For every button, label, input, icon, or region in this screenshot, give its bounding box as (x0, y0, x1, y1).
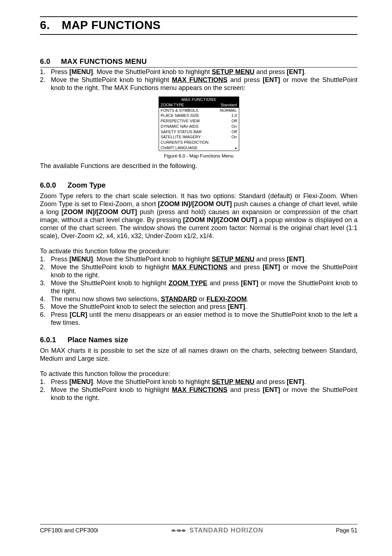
step-number: 2. (40, 263, 51, 279)
step-number: 1. (40, 68, 51, 76)
section-6-0-1-heading: 6.0.1Place Names size (40, 336, 358, 346)
step-text: Move the ShuttlePoint knob to highlight … (51, 279, 358, 295)
menu-row: SATELLITE IMAGERYOn (159, 135, 239, 140)
section-6-0-0-title: Zoom Type (68, 181, 106, 189)
section-6-0-title: MAX FUNCTIONS MENU (61, 57, 147, 65)
step-number: 5. (40, 303, 51, 311)
menu-row: FONTS & SYMBOLSNORMAL (159, 108, 239, 113)
step-text: The menu now shows two selections, STAND… (51, 295, 358, 303)
step-text: Press [MENU]. Move the ShuttlePoint knob… (51, 255, 358, 263)
menu-row-chart-language: CHART LANGUAGE▸ (159, 145, 239, 151)
footer-right: Page 51 (336, 527, 358, 534)
section-6-0-0-heading: 6.0.0Zoom Type (40, 181, 358, 192)
list-item: 5. Move the ShuttlePoint knob to select … (40, 303, 358, 311)
menu-row-zoom-type: ZOOM TYPEStandard (159, 102, 239, 108)
lead-text: To activate this function follow the pro… (40, 370, 358, 378)
max-functions-menu: MAX FUNCTIONS ZOOM TYPEStandard FONTS & … (159, 97, 239, 151)
menu-row: SAFETY STATUS BAROff (159, 129, 239, 135)
list-item: 1. Press [MENU]. Move the ShuttlePoint k… (40, 68, 358, 76)
page-footer: CPF180i and CPF300i STANDARD HORIZON Pag… (40, 524, 358, 534)
section-6-0-1-title: Place Names size (68, 336, 128, 344)
list-item: 6. Press [CLR] until the menu disappears… (40, 311, 358, 327)
step-number: 2. (40, 76, 51, 92)
chapter-title: MAP FUNCTIONS (62, 19, 161, 32)
step-text: Move the ShuttlePoint knob to highlight … (51, 386, 358, 402)
figure-6-0: MAX FUNCTIONS ZOOM TYPEStandard FONTS & … (40, 97, 358, 159)
step-number: 1. (40, 255, 51, 263)
menu-row: PLACE NAMES SIZE1.0 (159, 113, 239, 119)
rule-under-6-0 (40, 67, 358, 68)
paragraph: Zoom Type refers to the chart scale sele… (40, 192, 358, 240)
brand-logo: STANDARD HORIZON (171, 527, 264, 534)
lead-text: To activate this function follow the pro… (40, 248, 358, 255)
footer-left: CPF180i and CPF300i (40, 527, 98, 534)
chapter-heading: 6.MAP FUNCTIONS (40, 17, 358, 34)
brand-text: STANDARD HORIZON (189, 527, 264, 534)
step-text: Press [CLR] until the menu disappears or… (51, 311, 358, 327)
list-item: 2. Move the ShuttlePoint knob to highlig… (40, 76, 358, 92)
step-number: 4. (40, 295, 51, 303)
menu-title: MAX FUNCTIONS (159, 97, 239, 103)
paragraph: On MAX charts it is possible to set the … (40, 347, 358, 363)
list-item: 4. The menu now shows two selections, ST… (40, 295, 358, 303)
section-6-0-0-number: 6.0.0 (40, 181, 68, 189)
steps-6-0-1: 1. Press [MENU]. Move the ShuttlePoint k… (40, 378, 358, 402)
list-item: 3. Move the ShuttlePoint knob to highlig… (40, 279, 358, 295)
step-text: Move the ShuttlePoint knob to highlight … (51, 76, 358, 92)
step-text: Move the ShuttlePoint knob to highlight … (51, 263, 358, 279)
step-text: Press [MENU]. Move the ShuttlePoint knob… (51, 68, 358, 76)
brand-mark-icon (171, 527, 187, 534)
list-item: 1. Press [MENU]. Move the ShuttlePoint k… (40, 255, 358, 263)
steps-6-0-0: 1. Press [MENU]. Move the ShuttlePoint k… (40, 255, 358, 327)
submenu-arrow-icon: ▸ (235, 146, 237, 150)
steps-6-0: 1. Press [MENU]. Move the ShuttlePoint k… (40, 68, 358, 92)
footer-rule (40, 524, 358, 524)
section-6-0-heading: 6.0MAX FUNCTIONS MENU (40, 57, 358, 67)
menu-row: PERSPECTIVE VIEWOff (159, 119, 239, 124)
menu-row: CURRENTS PREDICTION (159, 140, 239, 146)
list-item: 2. Move the ShuttlePoint knob to highlig… (40, 263, 358, 279)
section-6-0-number: 6.0 (40, 57, 61, 66)
step-number: 3. (40, 279, 51, 295)
step-number: 1. (40, 378, 51, 386)
section-6-0-1-number: 6.0.1 (40, 336, 68, 344)
list-item: 1. Press [MENU]. Move the ShuttlePoint k… (40, 378, 358, 386)
step-text: Press [MENU]. Move the ShuttlePoint knob… (51, 378, 358, 386)
menu-row: DYNAMIC NAV-AIDSOn (159, 124, 239, 129)
list-item: 2. Move the ShuttlePoint knob to highlig… (40, 386, 358, 402)
step-text: Move the ShuttlePoint knob to select the… (51, 303, 358, 311)
step-number: 6. (40, 311, 51, 327)
chapter-number: 6. (40, 19, 62, 32)
paragraph: The available Functions are described in… (40, 162, 358, 170)
step-number: 2. (40, 386, 51, 402)
figure-caption: Figure 6.0 - Map Functions Menu (164, 153, 233, 159)
